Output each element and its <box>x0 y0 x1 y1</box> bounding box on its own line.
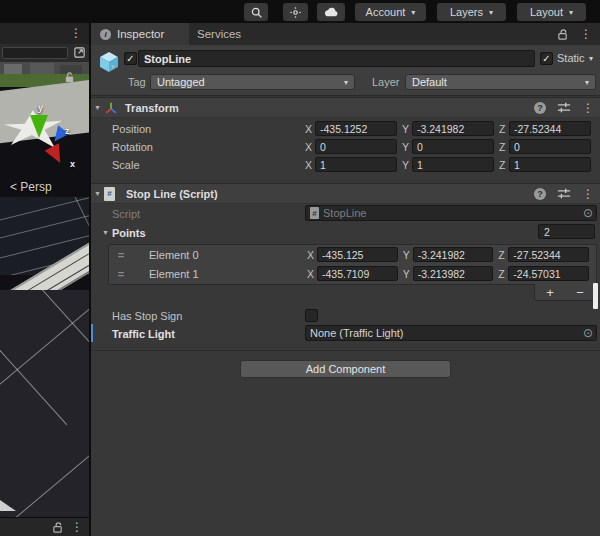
element-0-x-input[interactable]: -435.125 <box>317 247 398 262</box>
points-label: Points <box>112 227 146 239</box>
gizmo-x-axis[interactable] <box>45 143 68 166</box>
cloud-button[interactable] <box>317 3 345 21</box>
drag-handle-icon[interactable]: = <box>109 268 133 280</box>
layer-dropdown[interactable]: Default ▾ <box>405 74 596 90</box>
script-label: Script <box>91 208 305 220</box>
presets-icon[interactable] <box>557 101 571 114</box>
element-0-y-input[interactable]: -3.241982 <box>413 247 494 262</box>
element-1-z-input[interactable]: -24.57031 <box>508 266 589 281</box>
stopline-script-header[interactable]: ▼ # Stop Line (Script) ? ⋮ <box>91 183 600 204</box>
element-1-y-input[interactable]: -3.213982 <box>413 266 494 281</box>
kebab-menu-icon[interactable]: ⋮ <box>582 102 594 114</box>
kebab-menu-icon[interactable]: ⋮ <box>580 28 592 40</box>
main-toolbar: Account ▾ Layers ▾ Layout ▾ <box>0 0 600 23</box>
add-element-button[interactable]: + <box>546 286 554 299</box>
static-label: Static <box>557 52 585 64</box>
maximize-icon[interactable] <box>73 46 86 59</box>
element-0-z-input[interactable]: -27.52344 <box>508 247 589 262</box>
rotation-x-input[interactable]: 0 <box>315 139 397 154</box>
chevron-down-icon: ▾ <box>489 8 493 17</box>
unity-editor-window: Account ▾ Layers ▾ Layout ▾ ⋮ <box>0 0 600 536</box>
has-stop-sign-row: Has Stop Sign <box>91 307 596 324</box>
lock-icon[interactable] <box>557 28 568 40</box>
traffic-light-label: Traffic Light <box>91 328 305 340</box>
account-dropdown[interactable]: Account ▾ <box>355 3 426 21</box>
gizmo-y-axis[interactable] <box>30 115 48 138</box>
layout-dropdown[interactable]: Layout ▾ <box>517 3 586 21</box>
help-icon[interactable]: ? <box>534 102 546 114</box>
tab-inspector[interactable]: i Inspector <box>91 23 189 45</box>
lock-icon[interactable] <box>52 521 63 533</box>
kebab-menu-icon[interactable]: ⋮ <box>582 188 594 200</box>
activity-sun-icon <box>289 6 302 19</box>
position-z-input[interactable]: -27.52344 <box>509 121 591 136</box>
icon-dropdown-arrow[interactable]: ▾ <box>111 63 115 71</box>
scale-x-input[interactable]: 1 <box>315 157 397 172</box>
element-1-x-input[interactable]: -435.7109 <box>317 266 398 281</box>
traffic-light-object-field[interactable]: None (Traffic Light) ⊙ <box>305 325 597 341</box>
help-icon[interactable]: ? <box>534 188 546 200</box>
drag-handle-icon[interactable]: = <box>109 249 133 261</box>
kebab-menu-icon[interactable]: ⋮ <box>71 521 83 533</box>
points-row[interactable]: ▼ Points <box>91 224 596 241</box>
add-component-button[interactable]: Add Component <box>240 360 451 378</box>
scale-y-input[interactable]: 1 <box>412 157 494 172</box>
layers-dropdown[interactable]: Layers ▾ <box>437 3 506 21</box>
scale-row: Scale X1 Y1 Z1 <box>91 156 596 173</box>
object-picker-icon[interactable]: ⊙ <box>583 327 593 339</box>
scene-viewport[interactable]: y z x < Persp <box>0 62 89 517</box>
active-checkbox[interactable]: ✓ <box>124 52 137 65</box>
position-y-input[interactable]: -3.241982 <box>412 121 494 136</box>
foldout-icon[interactable]: ▼ <box>91 104 104 111</box>
position-row: Position X-435.1252 Y-3.241982 Z-27.5234… <box>91 120 596 137</box>
object-picker-icon[interactable]: ⊙ <box>583 207 593 219</box>
gizmo-x-label: x <box>70 159 75 169</box>
gameobject-header: ▾ ✓ StopLine ✓ Static ▾ Tag Untagged ▾ L… <box>91 45 600 96</box>
gameobject-name-input[interactable]: StopLine <box>138 50 535 67</box>
list-item[interactable]: = Element 1 X-435.7109 Y-3.213982 Z-24.5… <box>109 264 596 283</box>
element-0-label: Element 0 <box>133 249 307 261</box>
scale-label: Scale <box>91 159 305 171</box>
foldout-icon[interactable]: ▼ <box>99 229 112 236</box>
script-object-field: # StopLine ⊙ <box>305 205 597 221</box>
inspector-icon: i <box>100 29 111 40</box>
inspector-tab-bar: i Inspector Services ⋮ <box>91 23 600 45</box>
scale-z-input[interactable]: 1 <box>509 157 591 172</box>
layers-label: Layers <box>450 6 483 18</box>
tag-dropdown[interactable]: Untagged ▾ <box>150 74 355 90</box>
static-dropdown-arrow[interactable]: ▾ <box>589 54 593 63</box>
rotation-y-input[interactable]: 0 <box>412 139 494 154</box>
csharp-script-icon: # <box>104 187 115 201</box>
scene-white-wedge <box>0 500 16 511</box>
lower-panel-header: ⋮ <box>0 517 89 536</box>
list-footer: + − <box>534 284 596 301</box>
rotation-z-input[interactable]: 0 <box>509 139 591 154</box>
mouse-cursor <box>593 283 598 309</box>
static-checkbox[interactable]: ✓ <box>540 52 553 65</box>
component-title: Stop Line (Script) <box>126 188 218 200</box>
scene-asphalt <box>0 290 89 517</box>
kebab-menu-icon[interactable]: ⋮ <box>70 27 82 39</box>
search-button[interactable] <box>244 3 268 21</box>
tab-services[interactable]: Services <box>197 23 241 45</box>
rotation-row: Rotation X0 Y0 Z0 <box>91 138 596 155</box>
scene-search-input[interactable] <box>2 47 68 59</box>
has-stop-sign-checkbox[interactable] <box>305 309 318 322</box>
remove-element-button[interactable]: − <box>576 286 584 299</box>
check-icon: ✓ <box>542 54 550 64</box>
layer-label: Layer <box>372 76 400 88</box>
chevron-down-icon: ▾ <box>585 78 589 87</box>
position-x-input[interactable]: -435.1252 <box>315 121 397 136</box>
persp-label[interactable]: < Persp <box>10 180 52 194</box>
cube-icon[interactable] <box>97 50 123 76</box>
points-size-input[interactable]: 2 <box>538 224 595 239</box>
list-item[interactable]: = Element 0 X-435.125 Y-3.241982 Z-27.52… <box>109 245 596 264</box>
collab-activity-button[interactable] <box>283 3 308 21</box>
transform-header[interactable]: ▼ Transform ? ⋮ <box>91 97 600 118</box>
foldout-icon[interactable]: ▼ <box>91 190 104 197</box>
chevron-down-icon: ▾ <box>411 8 415 17</box>
component-separator <box>91 350 600 351</box>
position-label: Position <box>91 123 305 135</box>
presets-icon[interactable] <box>557 187 571 200</box>
cloud-icon <box>324 6 339 18</box>
